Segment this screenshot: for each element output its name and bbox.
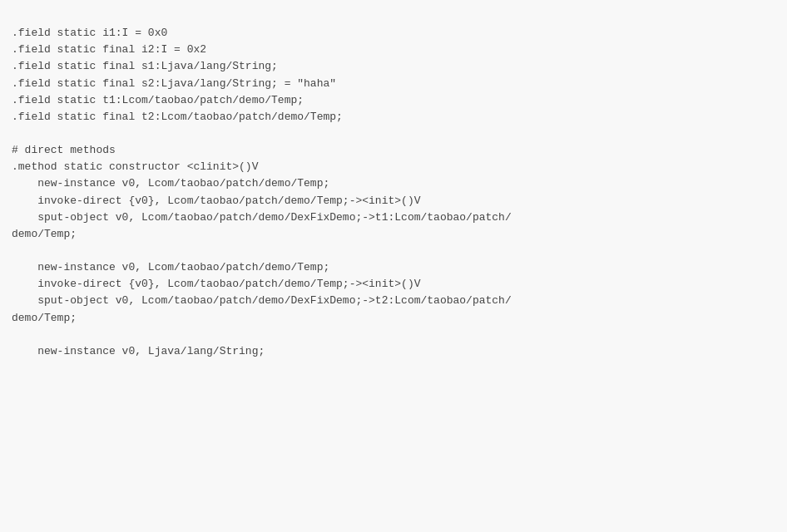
code-editor: .field static i1:I = 0x0.field static fi… (0, 0, 787, 532)
code-line: .field static t1:Lcom/taobao/patch/demo/… (12, 92, 775, 109)
code-line: .field static i1:I = 0x0 (12, 25, 775, 42)
code-line: .field static final t2:Lcom/taobao/patch… (12, 109, 775, 126)
code-line: # direct methods (12, 142, 775, 159)
code-line: sput-object v0, Lcom/taobao/patch/demo/D… (12, 293, 775, 309)
code-line: demo/Temp; (12, 226, 775, 243)
code-line: .field static final s1:Ljava/lang/String… (12, 58, 775, 75)
code-line (12, 126, 775, 142)
code-line: invoke-direct {v0}, Lcom/taobao/patch/de… (12, 193, 775, 209)
code-line: .method static constructor <clinit>()V (12, 159, 775, 175)
code-line: new-instance v0, Ljava/lang/String; (12, 343, 775, 360)
code-line: .field static final i2:I = 0x2 (12, 42, 775, 58)
code-line (12, 327, 775, 343)
code-line (12, 243, 775, 259)
code-line: invoke-direct {v0}, Lcom/taobao/patch/de… (12, 276, 775, 293)
code-line: sput-object v0, Lcom/taobao/patch/demo/D… (12, 209, 775, 226)
code-line: .field static final s2:Ljava/lang/String… (12, 76, 775, 92)
code-line: new-instance v0, Lcom/taobao/patch/demo/… (12, 175, 775, 192)
code-line: new-instance v0, Lcom/taobao/patch/demo/… (12, 259, 775, 276)
code-line: demo/Temp; (12, 310, 775, 327)
